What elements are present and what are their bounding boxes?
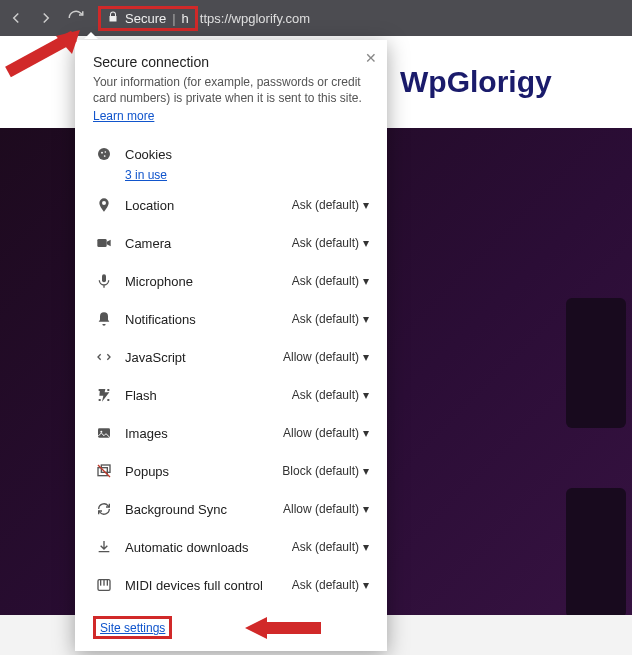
perm-row-popup: PopupsBlock (default)▾ [75, 452, 387, 490]
site-settings-link[interactable]: Site settings [100, 621, 165, 635]
url-text[interactable]: ttps://wpglorify.com [200, 11, 310, 26]
svg-rect-5 [102, 275, 106, 283]
perm-value-dropdown[interactable]: Allow (default)▾ [283, 350, 369, 364]
perm-label: Flash [115, 388, 292, 403]
bell-icon [93, 311, 115, 327]
perm-label: Images [115, 426, 283, 441]
svg-rect-9 [101, 465, 110, 472]
chevron-down-icon: ▾ [363, 540, 369, 554]
cookies-count-link[interactable]: 3 in use [125, 168, 167, 182]
location-icon [93, 197, 115, 213]
perm-value-dropdown[interactable]: Allow (default)▾ [283, 502, 369, 516]
perm-row-mic: MicrophoneAsk (default)▾ [75, 262, 387, 300]
perm-value-dropdown[interactable]: Ask (default)▾ [292, 236, 369, 250]
brand-logo: WpGlorigy [400, 67, 552, 97]
perm-row-bell: NotificationsAsk (default)▾ [75, 300, 387, 338]
svg-point-3 [104, 156, 106, 158]
chevron-down-icon: ▾ [363, 502, 369, 516]
perm-value-dropdown[interactable]: Allow (default)▾ [283, 426, 369, 440]
perm-row-sync: Background SyncAllow (default)▾ [75, 490, 387, 528]
secure-indicator[interactable]: Secure | h [98, 6, 198, 31]
midi-icon [93, 577, 115, 593]
perm-label: Automatic downloads [115, 540, 292, 555]
cookies-label: Cookies [115, 147, 369, 162]
perm-row-download: Automatic downloadsAsk (default)▾ [75, 528, 387, 566]
perm-label: Background Sync [115, 502, 283, 517]
perm-value-dropdown[interactable]: Block (default)▾ [282, 464, 369, 478]
chevron-down-icon: ▾ [363, 312, 369, 326]
js-icon [93, 349, 115, 365]
perm-label: MIDI devices full control [115, 578, 292, 593]
perm-value-dropdown[interactable]: Ask (default)▾ [292, 540, 369, 554]
chevron-down-icon: ▾ [363, 464, 369, 478]
content-card [566, 298, 626, 428]
perm-label: Notifications [115, 312, 292, 327]
address-bar: Secure | h ttps://wpglorify.com [0, 0, 632, 36]
mic-icon [93, 273, 115, 289]
secure-label: Secure [125, 11, 166, 26]
sync-icon [93, 501, 115, 517]
lock-icon [107, 11, 119, 26]
chevron-down-icon: ▾ [363, 350, 369, 364]
perm-label: JavaScript [115, 350, 283, 365]
perm-value-dropdown[interactable]: Ask (default)▾ [292, 198, 369, 212]
svg-point-1 [101, 152, 103, 154]
perm-row-camera: CameraAsk (default)▾ [75, 224, 387, 262]
cookie-icon [93, 146, 115, 162]
learn-more-link[interactable]: Learn more [93, 109, 154, 123]
perm-label: Camera [115, 236, 292, 251]
chevron-down-icon: ▾ [363, 426, 369, 440]
close-icon[interactable]: ✕ [365, 50, 377, 66]
perm-row-midi: MIDI devices full controlAsk (default)▾ [75, 566, 387, 604]
url-prefix: h [182, 11, 189, 26]
popup-body: Your information (for example, passwords… [93, 74, 369, 106]
svg-rect-14 [107, 580, 108, 586]
perm-row-location: LocationAsk (default)▾ [75, 186, 387, 224]
perm-row-flash: FlashAsk (default)▾ [75, 376, 387, 414]
camera-icon [93, 235, 115, 251]
separator: | [172, 11, 175, 26]
popup-icon [93, 463, 115, 479]
perm-label: Microphone [115, 274, 292, 289]
content-card [566, 488, 626, 618]
svg-rect-4 [97, 239, 106, 247]
chevron-down-icon: ▾ [363, 578, 369, 592]
svg-point-0 [98, 148, 110, 160]
perm-value-dropdown[interactable]: Ask (default)▾ [292, 312, 369, 326]
perm-value-dropdown[interactable]: Ask (default)▾ [292, 274, 369, 288]
chevron-down-icon: ▾ [363, 198, 369, 212]
popup-title: Secure connection [93, 54, 369, 70]
perm-label: Location [115, 198, 292, 213]
svg-rect-13 [103, 580, 104, 586]
permissions-list: Cookies 3 in use LocationAsk (default)▾C… [75, 129, 387, 606]
annotation-arrow-icon [243, 613, 323, 643]
chevron-down-icon: ▾ [363, 388, 369, 402]
site-info-popup: ✕ Secure connection Your information (fo… [75, 40, 387, 651]
svg-rect-12 [100, 580, 101, 586]
popup-pointer [84, 32, 98, 39]
perm-row-images: ImagesAllow (default)▾ [75, 414, 387, 452]
perm-row-js: JavaScriptAllow (default)▾ [75, 338, 387, 376]
perm-label: Popups [115, 464, 282, 479]
annotation-arrow-icon [0, 28, 84, 82]
svg-point-2 [105, 152, 107, 154]
download-icon [93, 539, 115, 555]
chevron-down-icon: ▾ [363, 274, 369, 288]
flash-icon [93, 387, 115, 403]
chevron-down-icon: ▾ [363, 236, 369, 250]
perm-value-dropdown[interactable]: Ask (default)▾ [292, 578, 369, 592]
perm-value-dropdown[interactable]: Ask (default)▾ [292, 388, 369, 402]
images-icon [93, 425, 115, 441]
